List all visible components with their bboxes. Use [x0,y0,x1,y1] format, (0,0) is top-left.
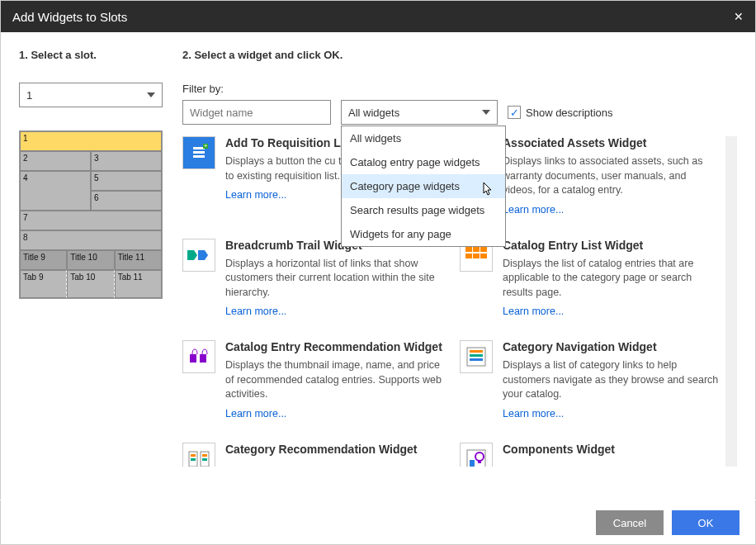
show-desc-label: Show descriptions [526,107,613,119]
widget-desc: Displays a horizontal list of links that… [225,257,443,301]
layout-cell-tab10[interactable]: Tab 10 [67,270,114,298]
components-icon [460,443,493,467]
widget-item[interactable]: Catalog Entry List Widget Displays the l… [460,239,721,318]
scroll-thumb[interactable] [727,149,735,232]
layout-cell-8[interactable]: 8 [20,230,162,250]
widget-filter-dropdown[interactable]: All widgets All widgets Catalog entry pa… [341,100,498,125]
dialog-footer: Cancel OK [0,500,756,545]
slot-select-value: 1 [26,89,32,102]
learn-more-link[interactable]: Learn more... [503,306,564,317]
slot-column: 1. Select a slot. 1 1 2 3 4 5 6 7 8 Titl… [19,49,163,486]
svg-rect-8 [187,250,194,260]
layout-cell-2[interactable]: 2 [20,151,91,171]
widget-title: Associated Assets Widget [503,136,721,149]
svg-marker-11 [205,250,208,260]
cancel-button[interactable]: Cancel [596,510,664,535]
learn-more-link[interactable]: Learn more... [225,408,286,419]
widget-title: Catalog Entry List Widget [503,239,721,252]
svg-rect-17 [480,254,487,258]
dialog-title: Add Widgets to Slots [12,10,127,24]
filter-row: All widgets All widgets Catalog entry pa… [182,100,737,125]
widget-desc: Displays a list of category links to hel… [503,358,721,402]
svg-rect-19 [200,354,206,363]
category-nav-icon [460,340,493,373]
dialog-content: 1. Select a slot. 1 1 2 3 4 5 6 7 8 Titl… [1,32,755,486]
widget-item[interactable]: Category Recommendation Widget [182,443,443,467]
svg-rect-25 [191,454,196,457]
scroll-down-icon[interactable]: ▼ [725,453,737,467]
svg-rect-3 [193,155,205,158]
svg-rect-23 [470,358,483,361]
svg-rect-10 [198,250,205,260]
layout-cell-3[interactable]: 3 [91,151,162,171]
layout-cell-7[interactable]: 7 [20,211,162,230]
dd-option-any-page[interactable]: Widgets for any page [342,222,505,246]
add-requisition-icon: + [182,136,215,169]
filter-label: Filter by: [182,83,737,95]
checkbox-icon: ✓ [508,106,521,119]
layout-cell-title9[interactable]: Title 9 [20,250,67,270]
widget-name-input[interactable] [182,100,331,125]
svg-rect-31 [470,460,475,467]
svg-point-32 [475,453,484,461]
widget-item[interactable]: Components Widget [460,443,721,467]
layout-preview: 1 2 3 4 5 6 7 8 Title 9 Title 10 Title 1… [19,130,163,299]
layout-cell-1[interactable]: 1 [20,131,162,151]
ok-button[interactable]: OK [672,510,739,535]
dd-option-search-results[interactable]: Search results page widgets [342,198,505,222]
svg-text:+: + [204,142,208,149]
svg-rect-26 [191,458,196,461]
layout-cell-title11[interactable]: Title 11 [115,250,162,270]
svg-rect-15 [465,254,472,258]
show-desc-toggle[interactable]: ✓ Show descriptions [508,106,613,119]
widget-desc: Displays links to associated assets, suc… [503,154,721,198]
svg-rect-33 [478,460,481,463]
widget-desc: Displays the thumbnail image, name, and … [225,358,443,402]
widget-title: Catalog Entry Recommendation Widget [225,340,443,353]
layout-cell-5[interactable]: 5 [91,171,162,191]
widget-filter-value: All widgets [348,107,399,119]
learn-more-link[interactable]: Learn more... [503,204,564,216]
svg-marker-9 [194,250,197,260]
svg-rect-18 [190,354,196,363]
chevron-down-icon [482,110,490,115]
learn-more-link[interactable]: Learn more... [503,408,564,419]
widget-item[interactable]: Category Navigation Widget Displays a li… [460,340,721,419]
svg-rect-14 [480,247,487,252]
svg-rect-12 [465,247,472,252]
layout-cell-4[interactable]: 4 [20,171,91,211]
learn-more-link[interactable]: Learn more... [225,189,286,201]
learn-more-link[interactable]: Learn more... [225,306,286,317]
slot-select[interactable]: 1 [19,83,163,107]
widget-item[interactable]: Catalog Entry Recommendation Widget Disp… [182,340,443,419]
dd-option-category-page[interactable]: Category page widgets [342,174,505,198]
svg-rect-22 [470,354,483,357]
svg-rect-2 [193,151,205,154]
widget-filter-menu: All widgets Catalog entry page widgets C… [341,126,506,247]
svg-rect-13 [473,247,480,252]
svg-rect-28 [202,454,207,457]
widget-item[interactable]: Breadcrumb Trail Widget Displays a horiz… [182,239,443,318]
dialog-titlebar: Add Widgets to Slots ✕ [1,1,755,32]
svg-rect-29 [202,458,207,461]
close-icon[interactable]: ✕ [734,10,744,23]
category-recommend-icon [182,443,215,467]
layout-cell-tab9[interactable]: Tab 9 [20,270,67,298]
layout-cell-title10[interactable]: Title 10 [67,250,114,270]
chevron-down-icon [147,92,155,97]
widget-desc: Displays the list of catalog entries tha… [503,257,721,301]
svg-rect-16 [473,254,480,258]
svg-rect-21 [470,350,483,353]
catalog-recommend-icon [182,340,215,373]
scrollbar[interactable]: ▲ ▼ [725,136,737,467]
breadcrumb-icon [182,239,215,272]
layout-cell-6[interactable]: 6 [91,191,162,211]
step1-heading: 1. Select a slot. [19,49,163,61]
dd-option-catalog-entry[interactable]: Catalog entry page widgets [342,150,505,174]
widget-title: Category Navigation Widget [503,340,721,353]
widget-title: Components Widget [503,443,721,456]
layout-cell-tab11[interactable]: Tab 11 [115,270,162,298]
step2-heading: 2. Select a widget and click OK. [182,49,737,61]
scroll-up-icon[interactable]: ▲ [725,136,737,149]
dd-option-all[interactable]: All widgets [342,126,505,150]
